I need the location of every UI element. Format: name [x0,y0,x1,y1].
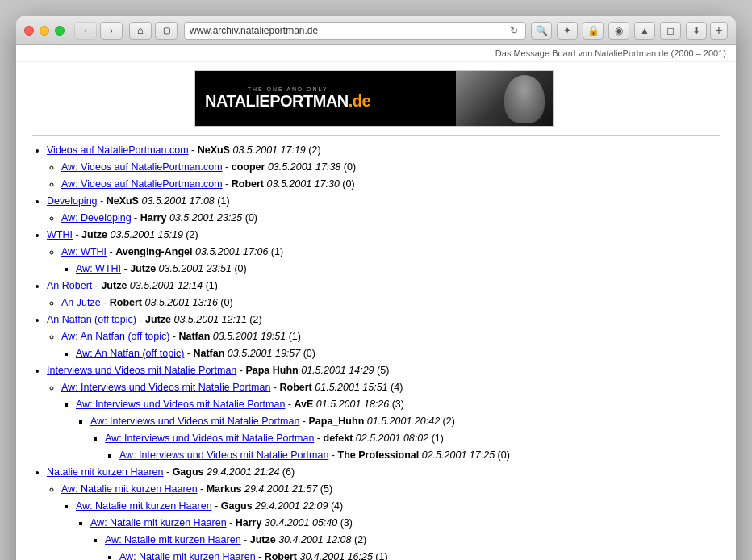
thread-link[interactable]: Aw: Videos auf NataliePortman.com [61,178,223,190]
thread-list: Videos auf NataliePortman.com - NeXuS 03… [32,142,720,560]
thread-link[interactable]: Aw: Natalie mit kurzen Haaren [61,483,198,495]
thread-link[interactable]: Aw: Natalie mit kurzen Haaren [76,500,212,512]
minimize-button[interactable] [40,26,49,36]
list-item: Aw: Interviews und Videos mit Natalie Po… [76,396,720,463]
thread-link[interactable]: An Jutze [61,297,101,308]
thread-link[interactable]: Interviews und Videos mit Natalie Portma… [47,365,236,376]
thread-link[interactable]: Aw: WTHI [61,246,107,257]
thread-link[interactable]: Aw: An Natfan (off topic) [76,348,184,359]
list-item: Aw: Natalie mit kurzen Haaren - Gagus 29… [76,498,720,560]
date: 03.5.2001 15:19 [110,229,182,240]
author: Jutze [145,314,171,325]
date: 03.5.2001 19:51 [213,331,286,342]
date: 29.4.2001 21:57 [244,483,317,495]
refresh-button[interactable]: ↻ [508,24,520,37]
tab-button[interactable]: ▢ [155,22,178,40]
maximize-button[interactable] [55,26,65,36]
list-item: Aw: Interviews und Videos mit Natalie Po… [105,430,720,463]
search-icon[interactable]: 🔍 [531,22,552,40]
reply-list: Aw: Natalie mit kurzen Haaren - Markus 2… [47,481,720,560]
address-bar[interactable]: www.archiv.natalieportman.de ↻ [184,22,526,40]
reply-list: Aw: Interviews und Videos mit Natalie Po… [47,379,720,463]
thread-link[interactable]: Aw: Natalie mit kurzen Haaren [119,551,256,560]
thread-link[interactable]: Aw: Interviews und Videos mit Natalie Po… [119,449,328,461]
reply-list: Aw: WTHI - Avenging-Angel 03.5.2001 17:0… [47,244,720,277]
date: 30.4.2001 05:40 [265,517,337,529]
author: Natfan [178,331,210,342]
thread-link[interactable]: Aw: Interviews und Videos mit Natalie Po… [76,399,285,410]
date: 03.5.2001 23:25 [169,212,242,224]
list-item: Aw: Interviews und Videos mit Natalie Po… [119,447,720,463]
date: 02.5.2001 17:25 [422,449,495,461]
thread-link[interactable]: An Natfan (off topic) [47,314,136,325]
list-item: Aw: WTHI - Avenging-Angel 03.5.2001 17:0… [61,244,720,277]
date: 03.5.2001 19:57 [228,348,300,359]
author: Harry [236,517,262,529]
home-button[interactable]: ⌂ [129,22,152,40]
thread-link[interactable]: Aw: An Natfan (off topic) [61,331,169,342]
bookmarks-icon[interactable]: ◻ [660,22,681,40]
author: Gagus [221,500,253,512]
date: 03.5.2001 17:06 [195,246,268,257]
thread-link[interactable]: Developing [47,195,98,207]
thread-link[interactable]: Aw: Interviews und Videos mit Natalie Po… [90,416,299,427]
page-subtitle: Das Message Board von NataliePortman.de … [495,48,726,58]
globe-icon[interactable]: ◉ [608,22,629,40]
upload-icon[interactable]: ▲ [634,22,655,40]
date: 01.5.2001 15:51 [315,382,387,393]
page-header: Das Message Board von NataliePortman.de … [16,45,736,62]
list-item: Interviews und Videos mit Natalie Portma… [47,362,720,463]
share-icon[interactable]: ✦ [557,22,578,40]
thread-link[interactable]: Natalie mit kurzen Haaren [47,466,164,478]
banner-text: THE ONE AND ONLY NATALIEPORTMAN.de [205,86,370,111]
date: 30.4.2001 16:25 [299,551,372,560]
date: 29.4.2001 22:09 [255,500,328,512]
lock-icon[interactable]: 🔒 [583,22,604,40]
browser-window: ‹ › ⌂ ▢ www.archiv.natalieportman.de ↻ 🔍… [16,16,736,560]
back-button[interactable]: ‹ [74,22,97,40]
list-item: Aw: An Natfan (off topic) - Natfan 03.5.… [76,345,720,361]
forward-button[interactable]: › [100,22,123,40]
divider [32,135,720,136]
thread-link[interactable]: WTHI [47,229,73,240]
thread-link[interactable]: Aw: Interviews und Videos mit Natalie Po… [105,433,314,444]
author: AvE [295,399,314,410]
author: Gagus [173,466,204,478]
author: Markus [207,483,242,495]
list-item: Natalie mit kurzen Haaren - Gagus 29.4.2… [47,464,720,560]
reply-list: Aw: Natalie mit kurzen Haaren - Jutze 30… [90,532,720,560]
date: 03.5.2001 12:14 [130,280,203,291]
download-icon[interactable]: ⬇ [686,22,707,40]
reply-list: Aw: Natalie mit kurzen Haaren - Gagus 29… [61,498,720,560]
site-banner: THE ONE AND ONLY NATALIEPORTMAN.de [194,70,558,127]
message-list: Videos auf NataliePortman.com - NeXuS 03… [32,142,720,560]
author: Jutze [250,534,276,545]
banner-image: THE ONE AND ONLY NATALIEPORTMAN.de [194,70,554,127]
close-button[interactable] [24,26,34,36]
author: NeXuS [107,195,139,207]
thread-link[interactable]: Aw: Interviews und Videos mit Natalie Po… [61,382,270,393]
list-item: Videos auf NataliePortman.com - NeXuS 03… [47,142,720,192]
thread-link[interactable]: Aw: WTHI [76,263,121,274]
thread-link[interactable]: Aw: Developing [61,212,132,224]
author: Jutze [101,280,127,291]
date: 01.5.2001 18:26 [316,399,389,410]
author: Robert [232,178,264,190]
list-item: Aw: WTHI - Jutze 03.5.2001 23:51 (0) [76,261,720,277]
page-content: Das Message Board von NataliePortman.de … [16,45,736,560]
add-tab-button[interactable]: + [710,22,728,40]
author: Robert [280,382,312,393]
reply-list: Aw: Interviews und Videos mit Natalie Po… [61,396,720,463]
list-item: WTHI - Jutze 03.5.2001 15:19 (2) Aw: WTH… [47,227,720,277]
thread-link[interactable]: Aw: Natalie mit kurzen Haaren [105,534,241,545]
thread-link[interactable]: Aw: Videos auf NataliePortman.com [61,161,223,173]
author: Papa_Huhn [309,416,365,427]
author: cooper [232,161,265,173]
reply-list: Aw: Natalie mit kurzen Haaren - Robert 3… [105,549,720,560]
thread-link[interactable]: Videos auf NataliePortman.com [47,144,189,156]
thread-link[interactable]: Aw: Natalie mit kurzen Haaren [90,517,227,529]
date: 03.5.2001 17:30 [267,178,340,190]
thread-link[interactable]: An Robert [47,280,92,291]
reply-list: An Jutze - Robert 03.5.2001 13:16 (0) [47,295,720,311]
date: 29.4.2001 21:24 [207,466,279,478]
